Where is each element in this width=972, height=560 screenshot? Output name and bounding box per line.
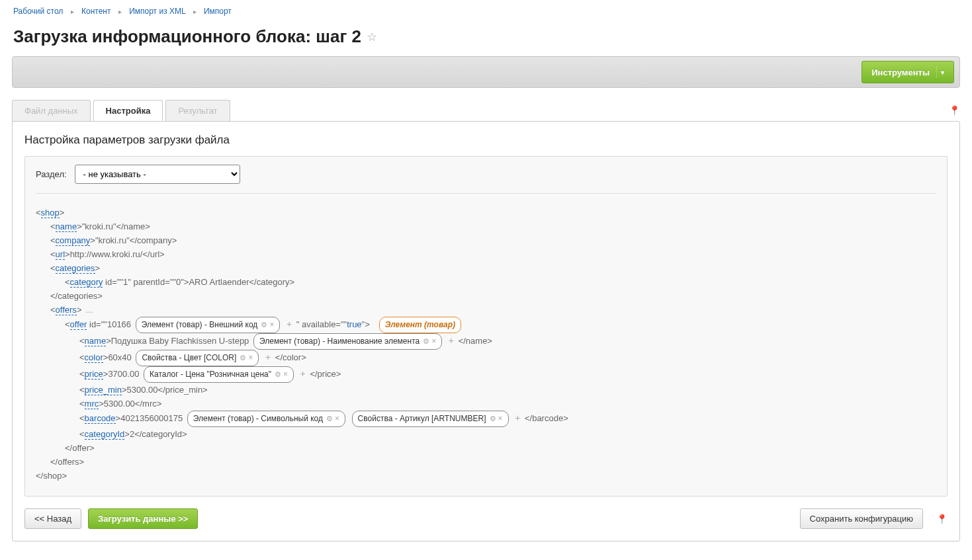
xml-value: 60x40	[108, 352, 131, 362]
plus-icon[interactable]: +	[265, 352, 271, 362]
chip-external-code[interactable]: Элемент (товар) - Внешний код⚙×	[136, 317, 281, 333]
tab-result[interactable]: Результат	[165, 100, 230, 121]
breadcrumb-link[interactable]: Контент	[81, 7, 110, 16]
breadcrumb-link[interactable]: Рабочий стол	[13, 7, 63, 16]
tabs: Файл данных Настройка Результат 📍	[12, 100, 960, 121]
gear-icon[interactable]: ⚙	[423, 335, 429, 348]
xml-mapping-tree: <shop> <name>"kroki.ru"</name> <company>…	[36, 203, 936, 488]
xml-value: "kroki.ru"	[82, 221, 116, 231]
xml-value: 3700.00	[108, 369, 139, 379]
content-panel: Настройка параметров загрузки файла Разд…	[12, 121, 960, 541]
footer-actions: << Назад Загрузить данные >> Сохранить к…	[13, 508, 959, 541]
xml-tag-price-min[interactable]: price_min	[85, 385, 122, 395]
chip-artnumber[interactable]: Свойства - Артикул [ARTNUMBER]⚙×	[352, 411, 509, 427]
chip-name-mapping[interactable]: Элемент (товар) - Наименование элемента⚙…	[253, 333, 442, 350]
xml-tag-shop[interactable]: shop	[41, 208, 60, 218]
gear-icon[interactable]: ⚙	[261, 318, 267, 332]
button-divider	[936, 66, 937, 78]
settings-panel: Раздел: - не указывать - <shop> <name>"k…	[24, 156, 948, 497]
chevron-down-icon: ▾	[941, 69, 944, 76]
chip-price-mapping[interactable]: Каталог - Цена "Розничная цена"⚙×	[144, 366, 294, 383]
close-icon[interactable]: ×	[431, 335, 436, 348]
plus-icon[interactable]: +	[449, 335, 454, 346]
plus-icon[interactable]: +	[300, 368, 306, 379]
chevron-right-icon: ▸	[193, 8, 197, 15]
close-icon[interactable]: ×	[335, 412, 339, 426]
xml-value: Подушка Baby Flachkissen U-stepp	[111, 336, 249, 346]
section-label: Раздел:	[36, 169, 67, 179]
xml-tag-company[interactable]: company	[56, 235, 91, 246]
chip-label: Элемент (товар) - Символьный код	[193, 412, 323, 426]
xml-tag-price[interactable]: price	[85, 369, 103, 380]
section-selector-row: Раздел: - не указывать -	[36, 165, 936, 194]
breadcrumb-link[interactable]: Импорт из XML	[129, 7, 185, 16]
breadcrumb-link[interactable]: Импорт	[204, 7, 232, 16]
chip-symbol-code[interactable]: Элемент (товар) - Символьный код⚙×	[187, 411, 345, 427]
plus-icon[interactable]: +	[287, 319, 292, 329]
xml-value: 5300.00	[127, 385, 158, 395]
panel-heading: Настройка параметров загрузки файла	[13, 122, 959, 156]
chip-label: Свойства - Цвет [COLOR]	[142, 351, 236, 365]
xml-value: 5300.00	[104, 399, 135, 409]
xml-tag-barcode[interactable]: barcode	[85, 413, 116, 424]
xml-tag-name[interactable]: name	[56, 221, 77, 232]
ellipsis-icon[interactable]: ...	[85, 305, 93, 315]
gear-icon[interactable]: ⚙	[240, 351, 246, 365]
page-title: Загрузка информационного блока: шаг 2	[13, 26, 361, 47]
close-icon[interactable]: ×	[248, 351, 253, 365]
close-icon[interactable]: ×	[269, 318, 274, 332]
xml-value: "kroki.ru"	[95, 235, 130, 245]
xml-tag-categories[interactable]: categories	[56, 263, 95, 274]
star-icon[interactable]: ☆	[367, 30, 377, 44]
back-button[interactable]: << Назад	[24, 508, 81, 529]
plus-icon[interactable]: +	[515, 413, 520, 423]
xml-tag-category[interactable]: category	[70, 277, 103, 288]
xml-value: true	[347, 319, 361, 329]
xml-tag-mrc[interactable]: mrc	[85, 399, 99, 409]
pin-icon[interactable]: 📍	[949, 105, 960, 116]
xml-tag-categoryid[interactable]: categoryId	[85, 429, 125, 440]
xml-attr: ">	[362, 319, 370, 329]
xml-attr: id=""1" parentId=""0">	[103, 277, 189, 287]
xml-tag-offers[interactable]: offers	[56, 305, 77, 315]
save-config-button[interactable]: Сохранить конфигурацию	[800, 508, 923, 529]
xml-value: 4021356000175	[120, 413, 183, 423]
gear-icon[interactable]: ⚙	[326, 412, 333, 426]
close-icon[interactable]: ×	[283, 368, 288, 381]
xml-value: http://www.kroki.ru/	[70, 249, 143, 259]
chevron-right-icon: ▸	[118, 8, 122, 15]
xml-attr: id=""10166	[87, 319, 133, 329]
xml-value: ARO Artlaender	[189, 277, 249, 287]
instruments-label: Инструменты	[871, 67, 930, 77]
chip-element-target[interactable]: Элемент (товар)	[379, 317, 461, 333]
tab-settings[interactable]: Настройка	[93, 100, 163, 121]
load-data-button[interactable]: Загрузить данные >>	[88, 508, 198, 529]
pin-icon[interactable]: 📍	[936, 514, 948, 524]
chevron-right-icon: ▸	[71, 8, 74, 15]
breadcrumbs: Рабочий стол ▸ Контент ▸ Импорт из XML ▸…	[0, 0, 972, 22]
chip-label: Свойства - Артикул [ARTNUMBER]	[358, 412, 486, 426]
chip-color-mapping[interactable]: Свойства - Цвет [COLOR]⚙×	[136, 350, 259, 366]
chip-label: Элемент (товар) - Наименование элемента	[259, 335, 420, 348]
xml-tag-url[interactable]: url	[56, 249, 65, 260]
instruments-button[interactable]: Инструменты ▾	[862, 61, 954, 83]
toolbar: Инструменты ▾	[12, 56, 960, 88]
xml-attr: " available=""	[296, 319, 347, 329]
xml-tag-offer-name[interactable]: name	[85, 336, 107, 346]
gear-icon[interactable]: ⚙	[490, 412, 496, 426]
section-select[interactable]: - не указывать -	[75, 165, 240, 184]
chip-label: Элемент (товар) - Внешний код	[142, 318, 258, 332]
xml-tag-offer[interactable]: offer	[70, 319, 87, 330]
tab-data-file[interactable]: Файл данных	[12, 100, 91, 121]
gear-icon[interactable]: ⚙	[275, 368, 281, 381]
chip-label: Каталог - Цена "Розничная цена"	[150, 368, 271, 381]
xml-tag-color[interactable]: color	[85, 352, 103, 363]
close-icon[interactable]: ×	[498, 412, 503, 426]
